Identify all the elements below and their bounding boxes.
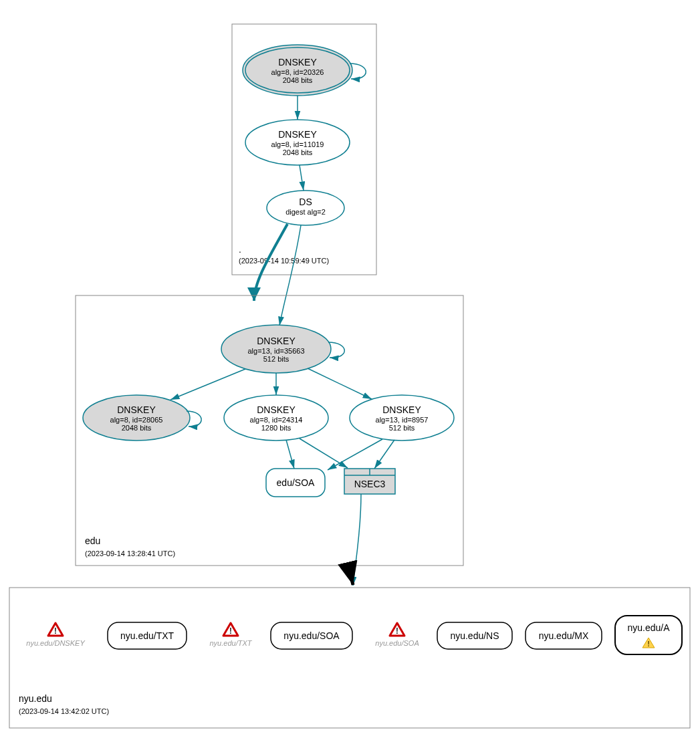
edge-root-zsk-ds (300, 165, 304, 191)
edu-zskC-title: DNSKEY (382, 404, 421, 415)
zone-nyu: nyu.edu/DNSKEY nyu.edu/TXT nyu.edu/TXT n… (9, 588, 690, 728)
edge-edu-zskC-nsec (374, 440, 394, 469)
node-edu-soa: edu/SOA (266, 469, 325, 497)
zone-edu-timestamp: (2023-09-14 13:28:41 UTC) (85, 549, 175, 558)
zone-nyu-label: nyu.edu (19, 693, 52, 704)
edu-zskA-title: DNSKEY (117, 404, 156, 415)
edu-zskC-line1: alg=13, id=8957 (376, 416, 429, 424)
zone-edu: DNSKEY alg=13, id=35663 512 bits DNSKEY … (76, 295, 463, 566)
edge-edu-nsec-to-nyu (353, 494, 361, 586)
edge-edu-ksk-zskA (170, 369, 245, 400)
edge-edu-zskB-soa (286, 440, 294, 469)
nyu-soa-label: nyu.edu/SOA (283, 630, 340, 641)
edu-ksk-line1: alg=13, id=35663 (247, 347, 304, 355)
nyu-err-txt-label: nyu.edu/TXT (210, 639, 253, 647)
warning-icon (390, 623, 404, 636)
nyu-mx-label: nyu.edu/MX (539, 630, 589, 641)
node-root-zsk: DNSKEY alg=8, id=11019 2048 bits (245, 120, 350, 165)
node-edu-zskA: DNSKEY alg=8, id=28065 2048 bits (83, 395, 190, 441)
node-edu-ksk: DNSKEY alg=13, id=35663 512 bits (221, 325, 331, 373)
zone-root-label: . (239, 244, 241, 255)
root-ksk-line2: 2048 bits (283, 76, 313, 84)
root-zsk-line1: alg=8, id=11019 (271, 140, 324, 148)
node-edu-zskC: DNSKEY alg=13, id=8957 512 bits (350, 395, 454, 441)
node-nyu-soa: nyu.edu/SOA (271, 622, 352, 649)
edge-edu-zskB-nsec (300, 439, 348, 468)
node-nyu-err-txt: nyu.edu/TXT (210, 623, 253, 647)
node-edu-zskB: DNSKEY alg=8, id=24314 1280 bits (224, 395, 328, 441)
node-nyu-err-soa: nyu.edu/SOA (375, 623, 419, 647)
edu-zskA-line2: 2048 bits (122, 424, 152, 432)
root-ksk-line1: alg=8, id=20326 (271, 68, 324, 76)
nyu-ns-label: nyu.edu/NS (450, 630, 499, 641)
edu-zskB-line2: 1280 bits (261, 424, 291, 432)
edu-ksk-line2: 512 bits (263, 355, 289, 363)
nyu-err-soa-label: nyu.edu/SOA (375, 639, 419, 647)
root-zsk-line2: 2048 bits (283, 148, 313, 156)
node-root-ksk: DNSKEY alg=8, id=20326 2048 bits (243, 45, 352, 96)
node-nyu-a: nyu.edu/A (615, 616, 682, 654)
edu-zskC-line2: 512 bits (389, 424, 415, 432)
edge-edu-zskC-soa (328, 439, 382, 470)
root-ds-line1: digest alg=2 (285, 208, 326, 216)
zone-root: DNSKEY alg=8, id=20326 2048 bits DNSKEY … (232, 24, 376, 275)
nyu-txt-label: nyu.edu/TXT (120, 630, 174, 641)
svg-rect-18 (615, 616, 682, 654)
edu-zskA-line1: alg=8, id=28065 (110, 416, 163, 424)
node-nyu-ns: nyu.edu/NS (437, 622, 512, 649)
edge-root-ds-to-edu-ksk (279, 225, 301, 326)
node-nyu-mx: nyu.edu/MX (526, 622, 602, 649)
edge-edu-to-nyu-deleg (349, 568, 353, 585)
node-nyu-txt: nyu.edu/TXT (108, 622, 187, 649)
node-nyu-err-dnskey: nyu.edu/DNSKEY (26, 623, 85, 647)
node-edu-nsec3: NSEC3 (344, 469, 395, 494)
edu-ksk-title: DNSKEY (257, 336, 296, 346)
root-zsk-title: DNSKEY (278, 129, 317, 140)
zone-root-timestamp: (2023-09-14 10:59:49 UTC) (239, 257, 329, 265)
root-ds-title: DS (299, 197, 312, 207)
edge-edu-ksk-zskC (308, 368, 372, 399)
nyu-err-dnskey-label: nyu.edu/DNSKEY (26, 639, 85, 647)
zone-edu-label: edu (85, 535, 100, 546)
warning-icon (223, 623, 238, 636)
warning-icon (48, 623, 63, 636)
edu-zskB-line1: alg=8, id=24314 (250, 416, 303, 424)
edu-nsec-label: NSEC3 (354, 479, 386, 489)
zone-nyu-box (9, 588, 690, 728)
zone-nyu-timestamp: (2023-09-14 13:42:02 UTC) (19, 707, 109, 715)
edu-zskB-title: DNSKEY (257, 404, 296, 415)
root-ksk-title: DNSKEY (278, 57, 317, 68)
nyu-a-label: nyu.edu/A (627, 622, 670, 633)
edu-soa-label: edu/SOA (277, 477, 315, 488)
node-root-ds: DS digest alg=2 (267, 191, 344, 225)
